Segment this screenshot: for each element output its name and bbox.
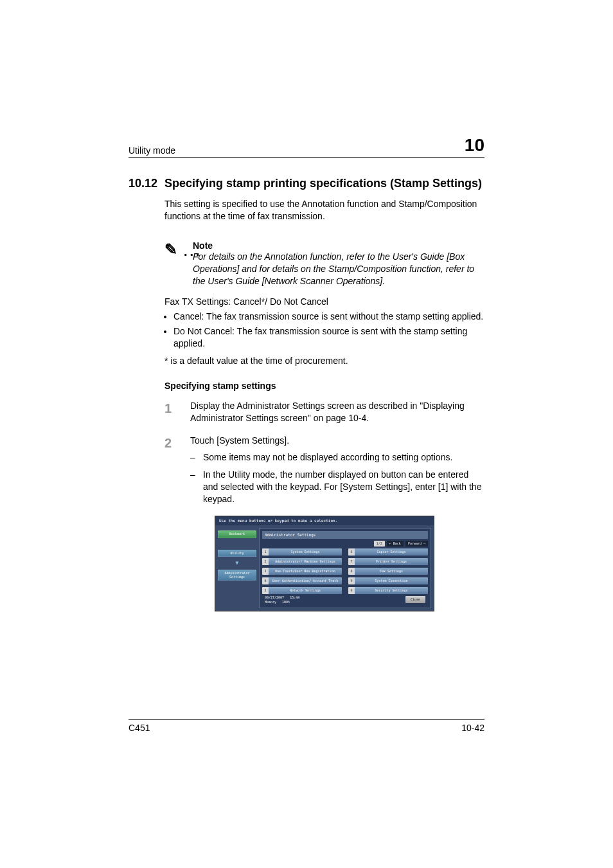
settings-item-label: Administrator/ Machine Settings (269, 558, 342, 565)
screenshot-sidebar: Bookmark Utility ▼ Administrator Setting… (215, 525, 259, 611)
settings-item-label: Security Settings (355, 587, 428, 594)
step-sub-text: In the Utility mode, the number displaye… (203, 469, 484, 505)
panel-title: Administrator Settings (262, 531, 428, 539)
settings-item-number: 2 (262, 558, 269, 565)
settings-item[interactable]: 9System Connection (348, 577, 428, 584)
settings-item-label: System Settings (269, 548, 342, 556)
list-item: Cancel: The fax transmission source is s… (173, 311, 484, 323)
step-number: 1 (164, 400, 190, 424)
screenshot-footer: 09/27/2007 15:44 Memory 100% Close (262, 594, 428, 606)
footer-page-number: 10-42 (461, 723, 484, 733)
settings-item-label: Printer Settings (355, 558, 428, 565)
settings-grid: 1System Settings6Copier Settings2Adminis… (262, 548, 428, 594)
footer-model: C451 (129, 723, 150, 733)
chapter-number: 10 (465, 135, 484, 156)
page-indicator: 1/2 (374, 541, 385, 547)
settings-item-label: Fax Settings (355, 568, 428, 575)
bookmark-button[interactable]: Bookmark (218, 530, 256, 538)
nav-back-button[interactable]: ← Back (387, 541, 404, 547)
step-row: 2 Touch [System Settings]. – Some items … (164, 435, 484, 505)
printer-panel-screenshot: Use the menu buttons or keypad to make a… (215, 516, 434, 611)
step-sub-row: – In the Utility mode, the number displa… (190, 469, 484, 505)
breadcrumb: Utility mode (129, 145, 175, 156)
settings-item-label: Copier Settings (355, 548, 428, 556)
section-number: 10.12 (129, 177, 164, 190)
settings-item[interactable]: 2Administrator/ Machine Settings (262, 558, 342, 565)
dash-icon: – (190, 451, 203, 464)
page-footer: C451 10-42 (129, 719, 484, 733)
close-button[interactable]: Close (405, 596, 425, 603)
step-sub-text: Some items may not be displayed accordin… (203, 451, 484, 464)
screenshot-main-panel: Administrator Settings 1/2 ← Back Forwar… (259, 528, 431, 608)
step-text: Display the Administrator Settings scree… (190, 400, 484, 424)
footer-date: 09/27/2007 (265, 595, 284, 599)
settings-item-number: 8 (348, 568, 355, 575)
settings-item-number: 5 (262, 587, 269, 594)
step-sub-row: – Some items may not be displayed accord… (190, 451, 484, 464)
page-header: Utility mode 10 (129, 135, 484, 158)
settings-item-number: 1 (262, 548, 269, 556)
settings-item[interactable]: 8Fax Settings (348, 568, 428, 575)
dash-icon: – (190, 469, 203, 505)
arrow-down-icon: ▼ (218, 561, 256, 566)
section-title-text: Specifying stamp printing specifications… (164, 177, 484, 190)
settings-item[interactable]: 0Security Settings (348, 587, 428, 594)
settings-item[interactable]: 1System Settings (262, 548, 342, 556)
footer-memory-label: Memory (265, 600, 276, 604)
footer-time: 15:44 (290, 595, 299, 599)
settings-item[interactable]: 4User Authentication/ Account Track (262, 577, 342, 584)
fax-settings-line: Fax TX Settings: Cancel*/ Do Not Cancel (164, 296, 484, 308)
settings-item-number: 7 (348, 558, 355, 565)
settings-item-label: System Connection (355, 577, 428, 584)
sub-heading: Specifying stamp settings (164, 380, 484, 392)
settings-item[interactable]: 7Printer Settings (348, 558, 428, 565)
list-item: Do Not Cancel: The fax transmission sour… (173, 325, 484, 350)
settings-item-label: Network Settings (269, 587, 342, 594)
note-icon: ✎ (164, 240, 177, 258)
asterisk-note: * is a default value at the time of proc… (164, 355, 484, 367)
step-text: Touch [System Settings]. (190, 435, 484, 447)
settings-item-number: 4 (262, 577, 269, 584)
footer-memory-value: 100% (282, 600, 290, 604)
step-number: 2 (164, 435, 190, 505)
settings-item-number: 6 (348, 548, 355, 556)
settings-item[interactable]: 6Copier Settings (348, 548, 428, 556)
intro-paragraph: This setting is specified to use the Ann… (129, 198, 484, 222)
admin-settings-button[interactable]: Administrator Settings (218, 570, 256, 581)
settings-item-number: 9 (348, 577, 355, 584)
settings-item[interactable]: 3One-Touch/User Box Registration (262, 568, 342, 575)
nav-forward-button[interactable]: Forward → (405, 541, 428, 547)
step-row: 1 Display the Administrator Settings scr… (164, 400, 484, 424)
settings-item-number: 0 (348, 587, 355, 594)
settings-item-label: User Authentication/ Account Track (269, 577, 342, 584)
note-dots-icon: ... (184, 244, 202, 259)
screenshot-instruction: Use the menu buttons or keypad to make a… (215, 516, 434, 525)
note-block: ✎ ... Note For details on the Annotation… (129, 240, 484, 287)
fax-bullet-list: Cancel: The fax transmission source is s… (164, 311, 484, 350)
note-body: For details on the Annotation function, … (164, 251, 484, 287)
section-heading: 10.12 Specifying stamp printing specific… (129, 177, 484, 190)
settings-item-label: One-Touch/User Box Registration (269, 568, 342, 575)
utility-button[interactable]: Utility (218, 550, 256, 557)
settings-item-number: 3 (262, 568, 269, 575)
note-label: Note (164, 240, 484, 251)
settings-item[interactable]: 5Network Settings (262, 587, 342, 594)
